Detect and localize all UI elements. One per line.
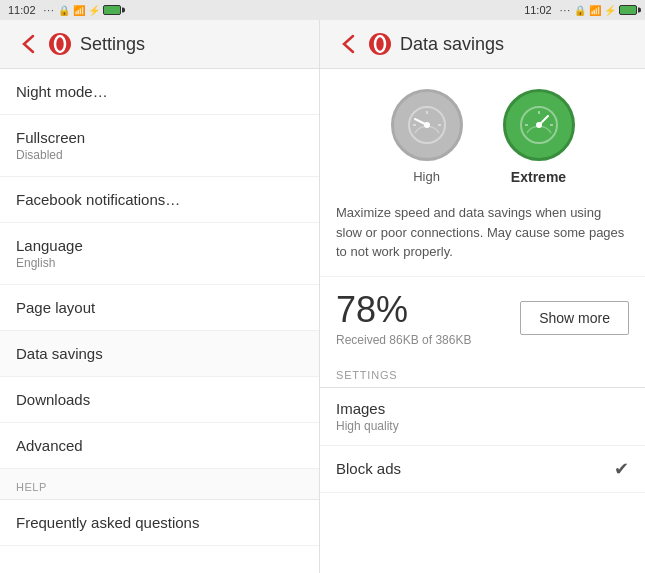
savings-row: 78% Received 86KB of 386KB Show more [320,277,645,359]
settings-back-button[interactable] [16,32,40,56]
charging-icon-right: ⚡ [604,5,616,16]
settings-item-faq[interactable]: Frequently asked questions [0,500,319,546]
data-panel-header: Data savings [320,20,645,69]
settings-list: Night mode… Fullscreen Disabled Facebook… [0,69,319,573]
time-left: 11:02 [8,4,36,16]
svg-line-12 [539,116,548,125]
savings-percent: 78% [336,289,471,331]
charging-icon: ⚡ [88,5,100,16]
data-savings-description: Maximize speed and data savings when usi… [320,195,645,277]
speed-option-high[interactable]: High [391,89,463,185]
status-icons-right: ··· 🔒 📶 ⚡ [560,5,637,16]
data-setting-block-ads[interactable]: Block ads ✔ [320,446,645,493]
time-right: 11:02 [524,4,552,16]
main-content: Settings Night mode… Fullscreen Disabled… [0,20,645,573]
help-section-header: HELP [0,469,319,500]
settings-item-night-mode[interactable]: Night mode… [0,69,319,115]
block-ads-info: Block ads [336,460,401,477]
status-bars: 11:02 ··· 🔒 📶 ⚡ 11:02 ··· 🔒 📶 ⚡ [0,0,645,20]
savings-info: 78% Received 86KB of 386KB [336,289,471,347]
settings-item-data-savings[interactable]: Data savings [0,331,319,377]
speed-circle-high [391,89,463,161]
data-panel: Data savings [320,20,645,573]
speed-label-high: High [413,169,440,184]
show-more-button[interactable]: Show more [520,301,629,335]
status-bar-right: 11:02 ··· 🔒 📶 ⚡ [323,0,646,20]
images-info: Images High quality [336,400,399,433]
data-panel-title: Data savings [400,34,504,55]
battery-left [103,5,121,15]
settings-title: Settings [80,34,145,55]
data-settings-section-header: SETTINGS [320,359,645,388]
signal-dots: ··· [44,5,55,16]
battery-right [619,5,637,15]
speed-option-extreme[interactable]: Extreme [503,89,575,185]
data-opera-logo [368,32,392,56]
savings-detail: Received 86KB of 386KB [336,333,471,347]
lock-icon-right: 🔒 [574,5,586,16]
data-back-button[interactable] [336,32,360,56]
settings-item-advanced[interactable]: Advanced [0,423,319,469]
settings-item-language[interactable]: Language English [0,223,319,285]
status-bar-left: 11:02 ··· 🔒 📶 ⚡ [0,0,323,20]
status-icons-left: ··· 🔒 📶 ⚡ [44,5,121,16]
data-back-arrow-icon [341,34,355,54]
lock-icon: 🔒 [58,5,70,16]
speed-options: High Extreme [320,69,645,195]
settings-item-page-layout[interactable]: Page layout [0,285,319,331]
settings-header: Settings [0,20,319,69]
speedometer-extreme-icon [517,103,561,147]
settings-item-facebook[interactable]: Facebook notifications… [0,177,319,223]
signal-bars-left: 📶 [73,5,85,16]
data-setting-images[interactable]: Images High quality [320,388,645,446]
opera-logo [48,32,72,56]
back-arrow-icon [21,34,35,54]
block-ads-checkmark: ✔ [614,458,629,480]
signal-dots-right: ··· [560,5,571,16]
settings-item-fullscreen[interactable]: Fullscreen Disabled [0,115,319,177]
svg-line-6 [415,119,427,125]
settings-item-downloads[interactable]: Downloads [0,377,319,423]
speedometer-high-icon [405,103,449,147]
speed-label-extreme: Extreme [511,169,566,185]
speed-circle-extreme [503,89,575,161]
signal-bars-right: 📶 [589,5,601,16]
settings-panel: Settings Night mode… Fullscreen Disabled… [0,20,320,573]
